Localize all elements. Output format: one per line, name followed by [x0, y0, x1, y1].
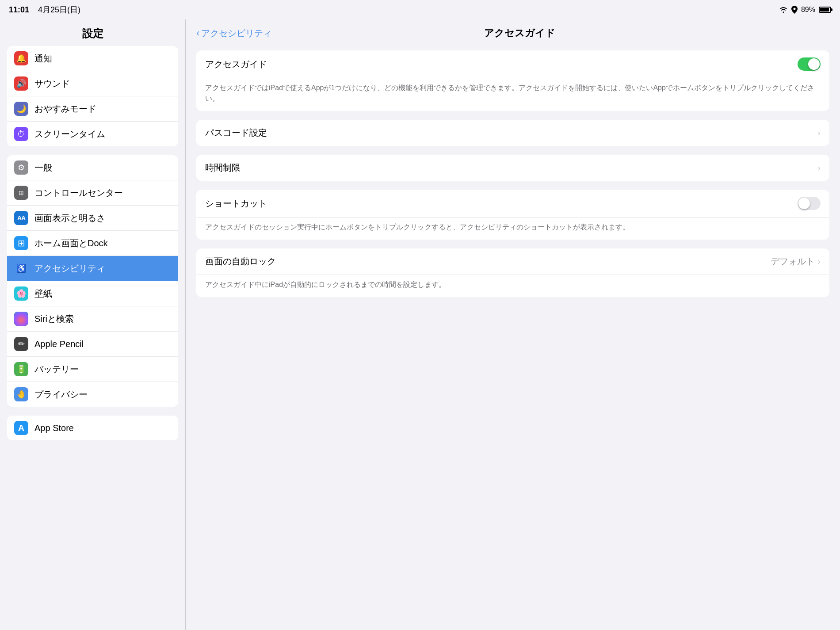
sidebar-item-appstore[interactable]: A App Store [7, 416, 178, 440]
status-date: 4月25日(日) [38, 4, 80, 15]
battery-sidebar-icon: 🔋 [14, 362, 28, 376]
sidebar-group-2: ⚙ 一般 ⊞ コントロールセンター AA 画面表示と明るさ ⊞ ホーム画面とDo… [7, 155, 178, 407]
timelimit-label: 時間制限 [205, 162, 817, 174]
sidebar-item-privacy[interactable]: 🤚 プライバシー [7, 382, 178, 407]
status-time: 11:01 [9, 5, 29, 15]
battery-icon [819, 7, 831, 13]
back-button[interactable]: ‹ アクセシビリティ [196, 27, 272, 39]
sidebar-item-label: コントロールセンター [34, 187, 123, 199]
sidebar-item-label: アクセシビリティ [34, 263, 105, 275]
accessguide-toggle[interactable] [798, 57, 821, 71]
applepencil-icon: ✏ [14, 337, 28, 351]
sidebar-item-label: バッテリー [34, 363, 79, 375]
shortcut-toggle-thumb [798, 198, 810, 209]
sidebar-item-label: スクリーンタイム [34, 128, 105, 140]
sidebar-item-label: App Store [34, 423, 74, 433]
accessguide-card: アクセスガイド アクセスガイドではiPadで使えるAppが1つだけになり、どの機… [196, 50, 829, 111]
shortcut-row: ショートカット [196, 190, 829, 218]
content-area: ‹ アクセシビリティ アクセスガイド アクセスガイド アクセスガイドではiPad… [186, 19, 840, 630]
controlcenter-icon: ⊞ [14, 186, 28, 200]
accessguide-label: アクセスガイド [205, 58, 798, 70]
sidebar-item-wallpaper[interactable]: 🌸 壁紙 [7, 281, 178, 306]
back-label[interactable]: アクセシビリティ [201, 27, 272, 39]
sidebar-group-1: 🔔 通知 🔊 サウンド 🌙 おやすみモード ⏱ スクリーンタイム [7, 46, 178, 146]
passcode-row[interactable]: パスコード設定 › [196, 120, 829, 146]
svg-point-0 [793, 8, 795, 10]
shortcut-label: ショートカット [205, 198, 798, 210]
autolock-description: アクセスガイド中にiPadが自動的にロックされるまでの時間を設定します。 [196, 275, 829, 297]
sidebar-group-3: A App Store [7, 416, 178, 440]
sidebar-item-label: 通知 [34, 53, 52, 65]
wallpaper-icon: 🌸 [14, 286, 28, 301]
sidebar-item-accessibility[interactable]: ♿ アクセシビリティ [7, 256, 178, 281]
sidebar-item-label: 画面表示と明るさ [34, 212, 105, 224]
notifications-icon: 🔔 [14, 51, 28, 65]
passcode-chevron-icon: › [817, 128, 821, 138]
sidebar-item-sound[interactable]: 🔊 サウンド [7, 71, 178, 96]
battery-percent: 89% [801, 6, 815, 14]
sidebar-item-label: サウンド [34, 78, 70, 90]
sidebar-item-general[interactable]: ⚙ 一般 [7, 155, 178, 180]
sidebar-item-display[interactable]: AA 画面表示と明るさ [7, 206, 178, 231]
timelimit-card: 時間制限 › [196, 155, 829, 181]
toggle-thumb [808, 58, 820, 70]
sidebar-item-label: 一般 [34, 162, 52, 174]
autolock-row[interactable]: 画面の自動ロック デフォルト › [196, 248, 829, 275]
display-icon: AA [14, 211, 28, 225]
sidebar: 設定 🔔 通知 🔊 サウンド 🌙 おやすみモード ⏱ スクリーンタイム [0, 19, 186, 630]
sidebar-item-battery[interactable]: 🔋 バッテリー [7, 357, 178, 382]
content-title: アクセスガイド [272, 27, 767, 40]
back-chevron-icon: ‹ [196, 27, 199, 39]
sidebar-item-homescreen[interactable]: ⊞ ホーム画面とDock [7, 231, 178, 256]
autolock-chevron-icon: › [817, 256, 821, 267]
sidebar-item-label: 壁紙 [34, 288, 52, 300]
sidebar-item-notifications[interactable]: 🔔 通知 [7, 46, 178, 71]
general-icon: ⚙ [14, 160, 28, 175]
location-icon [791, 6, 798, 14]
sidebar-item-screentime[interactable]: ⏱ スクリーンタイム [7, 122, 178, 146]
sound-icon: 🔊 [14, 76, 28, 91]
sidebar-item-label: Apple Pencil [34, 339, 84, 349]
status-right: 89% [779, 6, 831, 14]
accessguide-description: アクセスガイドではiPadで使えるAppが1つだけになり、どの機能を利用できるか… [196, 78, 829, 111]
accessguide-row: アクセスガイド [196, 50, 829, 78]
shortcut-card: ショートカット アクセスガイドのセッション実行中にホームボタンをトリプルクリック… [196, 190, 829, 240]
autolock-card: 画面の自動ロック デフォルト › アクセスガイド中にiPadが自動的にロックされ… [196, 248, 829, 297]
accessibility-icon: ♿ [14, 261, 28, 275]
status-bar: 11:01 4月25日(日) 89% [0, 0, 840, 19]
sidebar-title: 設定 [0, 19, 185, 46]
wifi-icon [779, 6, 788, 13]
sidebar-item-label: プライバシー [34, 389, 88, 401]
donotdisturb-icon: 🌙 [14, 102, 28, 116]
sidebar-item-donotdisturb[interactable]: 🌙 おやすみモード [7, 96, 178, 122]
passcode-label: パスコード設定 [205, 127, 817, 139]
sidebar-item-controlcenter[interactable]: ⊞ コントロールセンター [7, 180, 178, 206]
sidebar-item-label: ホーム画面とDock [34, 237, 108, 249]
appstore-icon: A [14, 421, 28, 435]
content-body: アクセスガイド アクセスガイドではiPadで使えるAppが1つだけになり、どの機… [186, 47, 840, 308]
timelimit-chevron-icon: › [817, 163, 821, 173]
sidebar-item-siri[interactable]: Siriと検索 [7, 306, 178, 332]
shortcut-toggle[interactable] [798, 197, 821, 210]
timelimit-row[interactable]: 時間制限 › [196, 155, 829, 181]
sidebar-item-label: おやすみモード [34, 103, 96, 115]
main-layout: 設定 🔔 通知 🔊 サウンド 🌙 おやすみモード ⏱ スクリーンタイム [0, 19, 840, 630]
privacy-icon: 🤚 [14, 387, 28, 401]
content-header: ‹ アクセシビリティ アクセスガイド [186, 19, 840, 47]
siri-icon [14, 312, 28, 326]
autolock-label: 画面の自動ロック [205, 256, 771, 267]
passcode-card: パスコード設定 › [196, 120, 829, 146]
sidebar-item-applepencil[interactable]: ✏ Apple Pencil [7, 332, 178, 357]
autolock-value: デフォルト [771, 256, 815, 267]
sidebar-item-label: Siriと検索 [34, 313, 74, 325]
shortcut-description: アクセスガイドのセッション実行中にホームボタンをトリプルクリックすると、アクセシ… [196, 218, 829, 240]
screentime-icon: ⏱ [14, 127, 28, 141]
homescreen-icon: ⊞ [14, 236, 28, 250]
